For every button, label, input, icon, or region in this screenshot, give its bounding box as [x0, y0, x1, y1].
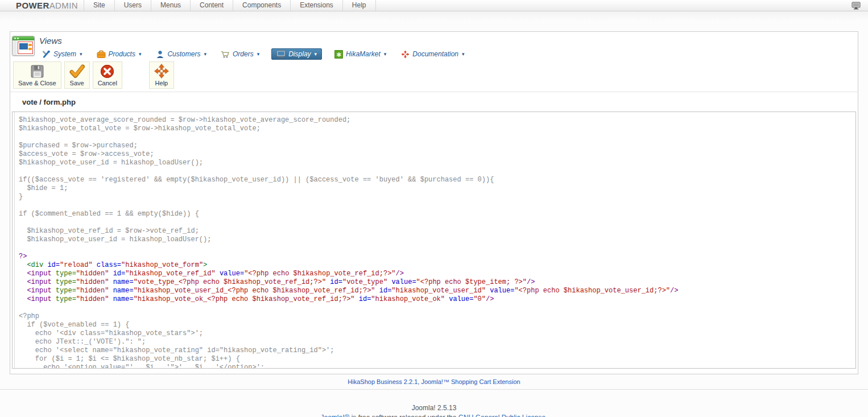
top-navbar: POWERADMIN SiteUsersMenusContentComponen…: [0, 0, 868, 11]
code-line: <div id="reload" class="hikashop_vote_fo…: [19, 261, 855, 270]
code-line: if ($comment_enabled == 1 && empty($hide…: [19, 210, 855, 218]
component-panel: Views System▾Products▾Customers▾Orders▾D…: [10, 31, 858, 374]
code-line: echo '<option value="' . $i . '">' . $i …: [19, 364, 855, 369]
hikashop-menu-documentation[interactable]: Documentation▾: [398, 48, 466, 60]
hikashop-menu-display[interactable]: Display▾: [271, 48, 322, 60]
save-close-icon: [30, 64, 44, 79]
hikashop-menu-label: Display: [288, 50, 311, 58]
chevron-down-icon: ▾: [204, 51, 206, 57]
joomla-version: Joomla! 2.5.13: [0, 403, 868, 413]
chevron-down-icon: ▾: [257, 51, 260, 57]
code-line: <input type="hidden" name="vote_type_<?p…: [19, 278, 855, 287]
code-line: $purchased = $row->purchased;: [19, 142, 855, 150]
logo-bold: POWER: [16, 1, 49, 10]
menu-item-extensions[interactable]: Extensions: [290, 0, 342, 11]
save-icon: [69, 64, 85, 79]
code-line: $hikashop_vote_user_id = hikashop_loadUs…: [19, 236, 855, 244]
code-line: [19, 167, 855, 176]
views-icon: [12, 36, 35, 56]
menu-item-menus[interactable]: Menus: [151, 0, 190, 11]
code-content[interactable]: $hikashop_vote_average_score_rounded = $…: [14, 112, 855, 368]
hikashop-header: Views System▾Products▾Customers▾Orders▾D…: [10, 32, 858, 59]
help-button[interactable]: Help: [149, 61, 174, 89]
menu-item-users[interactable]: Users: [114, 0, 151, 11]
code-line: $hide = 1;: [19, 184, 855, 193]
orders-icon: [221, 49, 230, 59]
code-line: echo '<select name="hikashop_vote_rating…: [19, 346, 855, 355]
code-line: [19, 218, 855, 227]
hikashop-menu: System▾Products▾Customers▾Orders▾Display…: [39, 48, 477, 60]
customers-icon: [155, 49, 164, 59]
chevron-down-icon: ▾: [384, 51, 387, 57]
hikashop-menu-hikamarket[interactable]: ✱HikaMarket▾: [332, 48, 388, 60]
code-line: if ($vote_enabled == 1) {: [19, 321, 855, 329]
admin-main-menu: SiteUsersMenusContentComponentsExtension…: [84, 0, 376, 11]
code-line: $hikashop_vote_total_vote = $row->hikash…: [19, 125, 855, 133]
license-period: .: [545, 414, 547, 417]
file-title: vote / form.php: [10, 92, 858, 112]
footer-divider: [0, 389, 868, 390]
hikashop-menu-label: Documentation: [412, 50, 458, 58]
code-line: $hikashop_vote_user_id = hikashop_loadUs…: [19, 159, 855, 167]
logo-light: ADMIN: [49, 1, 78, 10]
code-line: [19, 201, 855, 210]
code-line: [19, 304, 855, 312]
hikashop-menu-orders[interactable]: Orders▾: [218, 48, 262, 60]
navbar-shadow-strip: [0, 11, 868, 22]
hikashop-menu-label: System: [53, 50, 76, 58]
cancel-icon: [100, 64, 114, 79]
page-heading: Views: [39, 35, 477, 46]
products-icon: [97, 49, 106, 59]
code-line: $access_vote = $row->access_vote;: [19, 150, 855, 159]
menu-item-help[interactable]: Help: [342, 0, 376, 11]
menu-item-components[interactable]: Components: [233, 0, 290, 11]
display-icon: [276, 49, 286, 59]
code-line: [19, 133, 855, 142]
save-button[interactable]: Save: [64, 61, 90, 89]
menu-item-site[interactable]: Site: [84, 0, 114, 11]
svg-text:✱: ✱: [336, 51, 341, 57]
hikashop-menu-customers[interactable]: Customers▾: [153, 48, 209, 60]
hikashop-menu-label: Orders: [233, 50, 254, 58]
joomla-link[interactable]: Joomla!®: [320, 414, 349, 417]
license-line: Joomla!® is free software released under…: [0, 413, 868, 417]
code-line: [19, 244, 855, 253]
toolbar: Save & CloseSaveCancelHelp: [10, 59, 858, 92]
toolbar-button-label: Save & Close: [18, 80, 56, 86]
chevron-down-icon: ▾: [80, 51, 82, 57]
view-site-icon[interactable]: [852, 2, 861, 12]
chevron-down-icon: ▾: [462, 51, 465, 57]
gnu-license-link[interactable]: GNU General Public License: [458, 414, 545, 417]
code-line: echo '<div class="hikashop_vote_stars">'…: [19, 329, 855, 338]
component-credit-link[interactable]: HikaShop Business 2.2.1, Joomla!™ Shoppi…: [348, 378, 520, 385]
hikashop-menu-label: Products: [109, 50, 135, 58]
code-line: }: [19, 193, 855, 201]
toolbar-button-label: Cancel: [98, 80, 117, 86]
code-line: $hikashop_vote_ref_id = $row->vote_ref_i…: [19, 227, 855, 236]
toolbar-button-label: Help: [155, 80, 168, 86]
hikashop-menu-label: HikaMarket: [346, 50, 381, 58]
toolbar-button-label: Save: [70, 80, 84, 86]
code-line: ?>: [19, 253, 855, 261]
code-line: <input type="hidden" id="hikashop_vote_r…: [19, 270, 855, 278]
code-line: <input type="hidden" name="hikashop_vote…: [19, 287, 855, 295]
hikashop-menu-system[interactable]: System▾: [39, 48, 85, 60]
cancel-button[interactable]: Cancel: [93, 61, 122, 89]
code-line: echo JText::_('VOTE').": ";: [19, 338, 855, 346]
chevron-down-icon: ▾: [315, 51, 317, 57]
footer: Joomla! 2.5.13 Joomla!® is free software…: [0, 403, 868, 417]
save-close-button[interactable]: Save & Close: [13, 61, 61, 89]
code-line: $hikashop_vote_average_score_rounded = $…: [19, 116, 855, 125]
code-line: for ($i = 1; $i <= $hikashop_vote_nb_sta…: [19, 355, 855, 364]
hikamarket-icon: ✱: [334, 49, 343, 59]
documentation-icon: [400, 49, 410, 59]
code-line: <input type="hidden" name="hikashop_vote…: [19, 295, 855, 304]
hikashop-menu-products[interactable]: Products▾: [94, 48, 144, 60]
help-icon: [154, 64, 169, 79]
system-icon: [42, 49, 51, 59]
chevron-down-icon: ▾: [139, 51, 142, 57]
code-editor[interactable]: $hikashop_vote_average_score_rounded = $…: [12, 112, 856, 369]
license-text: is free software released under the: [349, 414, 458, 417]
menu-item-content[interactable]: Content: [190, 0, 233, 11]
code-line: <?php: [19, 312, 855, 321]
